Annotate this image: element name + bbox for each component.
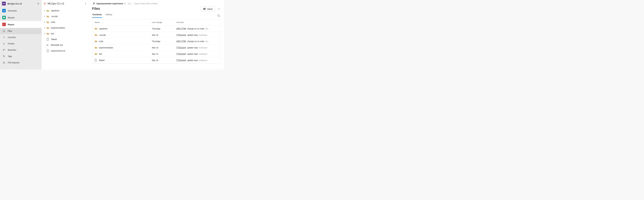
commit-hash[interactable]: 40fc7f90 xyxy=(176,28,186,30)
repo-icon xyxy=(43,2,46,5)
project-badge: MV xyxy=(2,2,6,6)
svg-rect-1 xyxy=(4,10,4,11)
clone-icon xyxy=(203,8,206,10)
nav-label: Repos xyxy=(8,23,39,26)
file-icon xyxy=(46,50,49,52)
folder-icon xyxy=(46,21,49,24)
file-table: Name↑ Last change Commits .pipelinesThur… xyxy=(92,19,221,64)
last-change: Mar 14 xyxy=(152,59,176,62)
commit-hash[interactable]: f761a1e4 xyxy=(176,34,186,36)
nav-sub-tags[interactable]: Tags xyxy=(0,53,42,60)
file-tree-panel: MLOps CLI v2 .pipelines.vscodecodeexperi… xyxy=(42,0,89,70)
folder-icon xyxy=(94,46,97,49)
commit-author: madiepev xyxy=(199,46,208,49)
commit-hash[interactable]: f761a1e4 xyxy=(176,53,186,55)
left-nav: MV MLOps CLI v2 OverviewBoardsRepos File… xyxy=(0,0,42,70)
commit-hash[interactable]: f761a1e4 xyxy=(176,46,186,49)
nav-sub-commits[interactable]: Commits xyxy=(0,34,42,40)
svg-point-11 xyxy=(4,49,5,50)
nav-label: Files xyxy=(8,30,39,32)
table-row[interactable]: .vscodeMar 14f761a1e4update repo madiepe… xyxy=(92,32,220,38)
tree-row[interactable]: .vscode xyxy=(42,14,89,19)
main-more-button[interactable] xyxy=(217,7,221,11)
tree-item-name: .pipelines xyxy=(51,10,59,12)
new-item-button[interactable] xyxy=(36,2,40,6)
tree-row[interactable]: requirements.txt xyxy=(42,48,89,54)
tree-item-name: test xyxy=(51,32,54,35)
project-header[interactable]: MV MLOps CLI v2 xyxy=(0,0,42,7)
commit-message: update repo madiepev xyxy=(187,34,207,36)
nav-label: Branches xyxy=(8,49,39,51)
svg-point-12 xyxy=(3,50,4,51)
commit-hash[interactable]: 40fc7f90 xyxy=(176,40,186,42)
last-change: Thursday xyxy=(152,40,176,42)
svg-point-18 xyxy=(86,4,86,4)
svg-point-7 xyxy=(3,25,4,25)
chevron-right-icon xyxy=(44,21,45,23)
tree-row[interactable]: .pipelines xyxy=(42,8,89,14)
tab-history[interactable]: History xyxy=(105,12,112,18)
folder-icon xyxy=(94,40,97,42)
repo-header[interactable]: MLOps CLI v2 xyxy=(42,0,89,7)
fullscreen-button[interactable] xyxy=(217,14,221,18)
svg-point-15 xyxy=(3,63,4,64)
tree-row[interactable]: code xyxy=(42,19,89,25)
table-header: Name↑ Last change Commits xyxy=(92,19,220,26)
tree-item-name: code xyxy=(51,21,55,23)
nav-label: Commits xyxy=(8,36,39,38)
tree-item-name: .flake8 xyxy=(51,38,57,40)
col-last-change[interactable]: Last change xyxy=(152,21,176,24)
expand-icon xyxy=(218,14,220,17)
tree-more-button[interactable] xyxy=(84,2,88,6)
tabs: ContentsHistory xyxy=(89,12,224,18)
file-name: .vscode xyxy=(99,34,106,36)
col-commits[interactable]: Commits xyxy=(176,21,218,24)
table-row[interactable]: .pipelinesThursday40fc7f90change src to … xyxy=(92,26,220,32)
clone-button[interactable]: Clone xyxy=(201,6,215,12)
tree-item-name: requirements.txt xyxy=(51,50,65,52)
nav-section-overview[interactable]: Overview xyxy=(0,7,42,14)
markdown-icon: M↓ xyxy=(46,44,49,46)
chevron-down-icon xyxy=(124,3,126,4)
tree-row[interactable]: experimentation xyxy=(42,25,89,31)
tree-row[interactable]: test xyxy=(42,31,89,36)
col-name[interactable]: Name↑ xyxy=(94,21,152,24)
branch-name: hyperparameter-experiment xyxy=(96,2,123,5)
tree-row[interactable]: .flake8 xyxy=(42,36,89,42)
table-row[interactable]: codeThursday40fc7f90change src to code m… xyxy=(92,38,220,44)
nav-label: Pushes xyxy=(8,42,39,45)
file-icon xyxy=(46,38,49,41)
table-row[interactable]: experimentationMar 14f761a1e4update repo… xyxy=(92,44,220,51)
svg-point-19 xyxy=(86,4,86,4)
repo-name: MLOps CLI v2 xyxy=(48,2,64,5)
path-separator: / xyxy=(132,2,132,5)
commit-hash[interactable]: f761a1e4 xyxy=(176,59,186,62)
folder-icon xyxy=(46,26,49,29)
file-tree: .pipelines.vscodecodeexperimentationtest… xyxy=(42,7,89,54)
file-name: .pipelines xyxy=(99,28,107,30)
commit-message: change src to code ma... xyxy=(187,28,209,30)
nav-section-boards[interactable]: Boards xyxy=(0,14,42,21)
folder-root-icon[interactable] xyxy=(128,2,130,4)
boards-icon xyxy=(2,16,6,19)
svg-point-8 xyxy=(4,37,4,38)
svg-rect-2 xyxy=(4,10,5,11)
nav-sub-branches[interactable]: Branches xyxy=(0,47,42,53)
breadcrumb-bar: hyperparameter-experiment / xyxy=(89,0,224,6)
folder-icon xyxy=(94,28,97,30)
main-panel: hyperparameter-experiment / Files Clone … xyxy=(89,0,224,70)
nav-section-repos[interactable]: Repos xyxy=(0,21,42,28)
branch-picker[interactable]: hyperparameter-experiment xyxy=(92,2,127,5)
svg-rect-24 xyxy=(204,8,206,9)
path-search-input[interactable] xyxy=(134,2,186,5)
nav-label: Overview xyxy=(8,10,39,12)
tree-row[interactable]: M↓README.md xyxy=(42,42,89,48)
nav-sub-pushes[interactable]: Pushes xyxy=(0,40,42,47)
nav-sub-prs[interactable]: Pull requests xyxy=(0,60,42,66)
nav-sub-files[interactable]: Files xyxy=(0,28,42,34)
table-row[interactable]: testMar 14f761a1e4update repo madiepev xyxy=(92,51,220,57)
tab-contents[interactable]: Contents xyxy=(92,12,102,18)
chevron-right-icon xyxy=(44,33,45,34)
commit-author: madiepev xyxy=(199,59,208,62)
table-row[interactable]: .flake8Mar 14f761a1e4update repo madiepe… xyxy=(92,57,220,64)
